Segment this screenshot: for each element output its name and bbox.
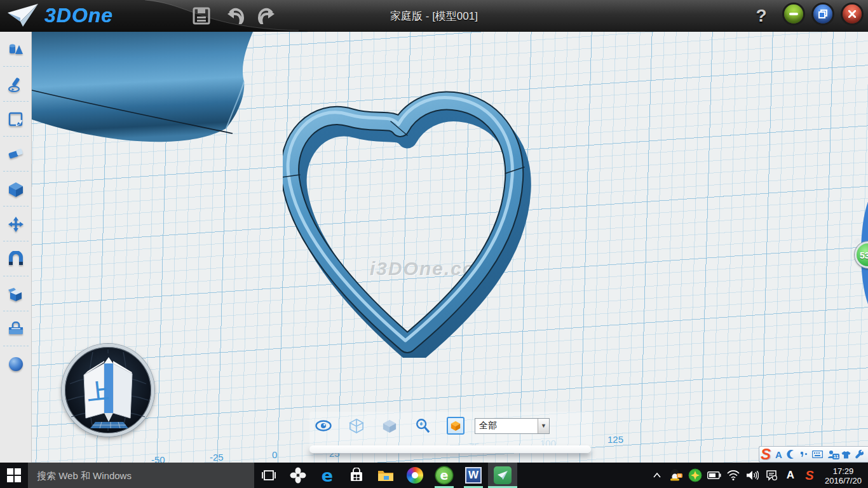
sogou-logo[interactable]: S xyxy=(761,447,771,461)
model-viewport[interactable]: i3DOne.com -50 -25 0 25 75 100 125 xyxy=(32,32,868,463)
maximize-button[interactable] xyxy=(813,4,832,24)
dropdown-arrow-icon[interactable]: ▼ xyxy=(538,419,549,433)
paper-plane-icon xyxy=(6,3,39,28)
axis-label: -25 xyxy=(210,452,224,463)
undo-icon xyxy=(225,8,244,24)
magnet-icon xyxy=(8,251,24,268)
sidebar-item-features[interactable] xyxy=(0,172,32,207)
zoom-button[interactable] xyxy=(414,417,431,435)
view-cube-graphic: 上 右 xyxy=(65,347,151,433)
filter-value: 全部 xyxy=(475,420,538,431)
toolbox-icon xyxy=(7,322,25,337)
magnifier-icon xyxy=(415,418,430,433)
move-arrows-icon xyxy=(8,216,24,233)
sidebar-item-sketch[interactable] xyxy=(0,67,32,102)
folder-icon xyxy=(377,468,394,482)
shaded-view-button[interactable] xyxy=(381,417,398,435)
view-cube[interactable]: 上 右 xyxy=(62,344,154,437)
taskbar-app-edge[interactable]: e xyxy=(313,463,342,488)
pinwheel-icon xyxy=(290,467,306,484)
edge-icon: e xyxy=(322,466,333,485)
title-bar: 3DOne xyxy=(0,0,868,32)
fullwidth-moon-icon[interactable] xyxy=(787,450,796,459)
punctuation-icon[interactable] xyxy=(800,451,808,458)
search-input[interactable] xyxy=(28,463,254,488)
minimize-button[interactable] xyxy=(784,4,803,24)
skin-shirt-icon[interactable] xyxy=(841,451,851,459)
sketch-pencil-icon xyxy=(8,76,24,93)
wireframe-view-button[interactable] xyxy=(348,417,365,435)
input-mode-toggle[interactable]: A xyxy=(775,449,782,460)
taskbar-app-3done[interactable] xyxy=(488,463,517,488)
volume-icon[interactable] xyxy=(745,463,760,488)
taskbar-search[interactable] xyxy=(28,463,254,488)
taskbar-app-360-browser[interactable] xyxy=(400,463,430,488)
cube-icon xyxy=(8,181,24,198)
eye-icon xyxy=(315,420,332,431)
model-surface-partial[interactable] xyxy=(32,32,253,162)
sidebar-item-material[interactable] xyxy=(0,346,32,381)
windows-logo-icon xyxy=(7,468,21,482)
axis-label: -50 xyxy=(151,454,165,463)
antivirus-icon[interactable] xyxy=(688,463,703,488)
close-icon xyxy=(848,10,856,18)
settings-wrench-icon[interactable] xyxy=(855,450,864,459)
app-logo: 3DOne xyxy=(6,3,113,28)
360-browser-icon xyxy=(407,467,423,484)
start-button[interactable] xyxy=(0,463,28,488)
sidebar-item-eraser[interactable] xyxy=(0,137,32,172)
wifi-icon[interactable] xyxy=(726,463,741,488)
battery-icon[interactable] xyxy=(707,463,722,488)
taskbar-app-word[interactable]: W xyxy=(459,463,488,488)
primitives-icon xyxy=(8,41,24,58)
action-center-icon[interactable] xyxy=(764,463,779,488)
wireframe-cube-icon xyxy=(349,418,364,433)
word-icon: W xyxy=(465,467,482,484)
display-filter-button[interactable] xyxy=(447,417,465,435)
sidebar-item-tools[interactable] xyxy=(0,311,32,346)
toolbar-shelf xyxy=(309,445,591,453)
close-button[interactable] xyxy=(843,4,862,24)
redo-button[interactable] xyxy=(257,5,278,27)
sphere-icon xyxy=(8,356,24,372)
taskbar-app-green-browser[interactable]: e xyxy=(430,463,459,488)
undo-button[interactable] xyxy=(224,5,245,27)
taskbar-app-explorer[interactable] xyxy=(371,463,400,488)
3done-icon xyxy=(494,466,512,484)
heart-model[interactable] xyxy=(283,85,537,358)
display-filter-dropdown[interactable]: 全部 ▼ xyxy=(475,418,550,434)
soft-keyboard-icon[interactable] xyxy=(812,451,823,458)
account-icon[interactable]: 11 xyxy=(827,450,837,459)
tray-sogou-icon[interactable]: S xyxy=(802,463,817,488)
sidebar-item-edit-sketch[interactable] xyxy=(0,102,32,137)
screen: 3DOne xyxy=(0,0,868,488)
sidebar-item-move[interactable] xyxy=(0,207,32,241)
taskbar-app-store[interactable] xyxy=(342,463,371,488)
clock-date: 2016/7/20 xyxy=(821,476,865,485)
tray-clock[interactable]: 17:29 2016/7/20 xyxy=(821,465,865,485)
task-view-icon xyxy=(261,470,276,481)
open-box-icon xyxy=(8,286,24,302)
task-view-button[interactable] xyxy=(254,463,283,488)
taskbar-app-pinwheel[interactable] xyxy=(283,463,313,488)
edit-sketch-icon xyxy=(8,111,24,128)
shaded-cube-icon xyxy=(382,418,397,433)
view-cube-left-face-label[interactable]: 上 xyxy=(86,379,110,404)
tray-expand-chevron[interactable] xyxy=(649,463,665,488)
sidebar-item-magnet[interactable] xyxy=(0,241,32,276)
redo-icon xyxy=(258,8,277,24)
timer-value: 53 xyxy=(860,250,868,261)
sidebar-item-primitives[interactable] xyxy=(0,32,32,67)
eraser-icon xyxy=(7,147,25,162)
display-toolbar: 全部 ▼ xyxy=(309,412,592,454)
visibility-button[interactable] xyxy=(315,417,332,435)
save-icon xyxy=(193,7,210,25)
filter-cube-icon xyxy=(450,420,461,431)
help-button[interactable]: ? xyxy=(749,0,774,32)
axis-label: 0 xyxy=(272,449,277,460)
sidebar-item-special-features[interactable] xyxy=(0,276,32,311)
save-button[interactable] xyxy=(191,5,212,27)
axis-label: 125 xyxy=(607,434,623,445)
tray-input-indicator[interactable]: A xyxy=(783,463,798,488)
qq-icon[interactable] xyxy=(668,463,684,488)
